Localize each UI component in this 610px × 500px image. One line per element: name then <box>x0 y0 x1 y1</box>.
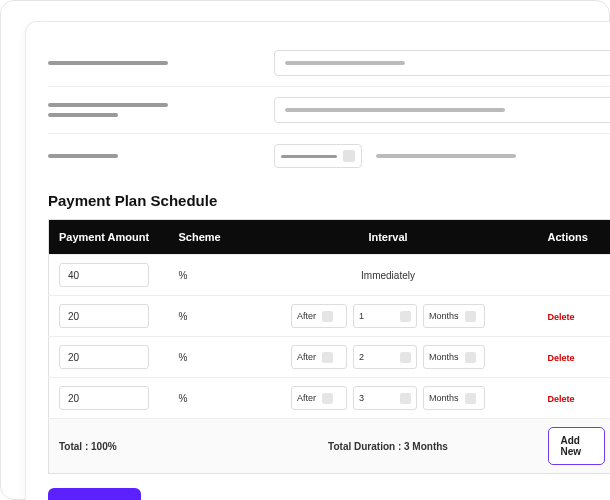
chevron-down-icon <box>465 311 476 322</box>
chevron-down-icon <box>343 150 355 162</box>
amount-input[interactable]: 20 <box>59 386 149 410</box>
amount-input[interactable]: 40 <box>59 263 149 287</box>
field-label-placeholder <box>48 103 248 117</box>
scheme-cell: % <box>169 337 239 378</box>
form-row-2 <box>48 87 610 134</box>
delete-button[interactable]: Delete <box>548 312 575 322</box>
delete-button[interactable]: Delete <box>548 394 575 404</box>
timing-select[interactable]: After <box>291 386 347 410</box>
col-header-actions: Actions <box>538 220 611 255</box>
unit-select[interactable]: Months <box>423 386 485 410</box>
table-footer-row: Total : 100% Total Duration : 3 Months A… <box>49 419 611 474</box>
col-header-scheme: Scheme <box>169 220 239 255</box>
section-title: Payment Plan Schedule <box>48 192 610 209</box>
interval-value-input[interactable]: 3 <box>353 386 417 410</box>
chevron-down-icon <box>465 393 476 404</box>
unit-select[interactable]: Months <box>423 345 485 369</box>
field-label-placeholder <box>48 154 248 158</box>
chevron-down-icon <box>400 352 411 363</box>
table-row: 20 % After 3 Months <box>49 378 611 419</box>
scheme-cell: % <box>169 296 239 337</box>
col-header-amount: Payment Amount <box>49 220 169 255</box>
window-frame: Payment Plan Schedule Payment Amount Sch… <box>0 0 610 500</box>
chevron-down-icon <box>465 352 476 363</box>
chevron-down-icon <box>322 352 333 363</box>
amount-input[interactable]: 20 <box>59 345 149 369</box>
total-label: Total : 100% <box>49 419 169 474</box>
timing-select[interactable]: After <box>291 345 347 369</box>
field-label-placeholder <box>48 61 248 65</box>
form-row-3 <box>48 134 610 178</box>
chevron-down-icon <box>322 311 333 322</box>
scheme-cell: % <box>169 255 239 296</box>
chevron-down-icon <box>322 393 333 404</box>
table-row: 20 % After 2 Months <box>49 337 611 378</box>
text-input-placeholder[interactable] <box>274 50 610 76</box>
table-row: 40 % Immediately <box>49 255 611 296</box>
unit-select[interactable]: Months <box>423 304 485 328</box>
interval-cell: Immediately <box>239 255 538 296</box>
timing-select[interactable]: After <box>291 304 347 328</box>
helper-text-placeholder <box>376 154 516 158</box>
text-input-placeholder[interactable] <box>274 97 610 123</box>
chevron-down-icon <box>400 393 411 404</box>
delete-button[interactable]: Delete <box>548 353 575 363</box>
schedule-table: Payment Amount Scheme Interval Actions 4… <box>48 219 610 474</box>
card-panel: Payment Plan Schedule Payment Amount Sch… <box>25 21 610 500</box>
save-plan-button[interactable]: Save Plan <box>48 488 141 500</box>
table-row: 20 % After 1 Months <box>49 296 611 337</box>
scheme-cell: % <box>169 378 239 419</box>
interval-value-input[interactable]: 1 <box>353 304 417 328</box>
col-header-interval: Interval <box>239 220 538 255</box>
interval-value-input[interactable]: 2 <box>353 345 417 369</box>
amount-input[interactable]: 20 <box>59 304 149 328</box>
form-row-1 <box>48 40 610 87</box>
chevron-down-icon <box>400 311 411 322</box>
duration-label: Total Duration : 3 Months <box>239 419 538 474</box>
select-placeholder[interactable] <box>274 144 362 168</box>
add-new-button[interactable]: Add New <box>548 427 606 465</box>
